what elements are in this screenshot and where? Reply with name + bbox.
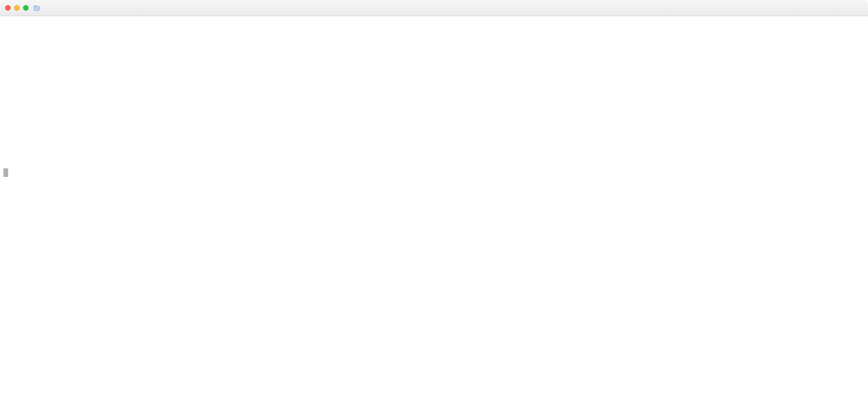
blank-line xyxy=(3,38,865,47)
blank-line xyxy=(3,112,865,121)
traffic-lights xyxy=(5,5,29,11)
close-icon[interactable] xyxy=(5,5,11,11)
title-bar[interactable] xyxy=(0,0,868,16)
progress-line xyxy=(3,140,865,150)
terminal-output[interactable] xyxy=(0,16,868,181)
minimize-icon[interactable] xyxy=(14,5,20,11)
maximize-icon[interactable] xyxy=(23,5,29,11)
svg-rect-1 xyxy=(34,6,36,7)
note-line xyxy=(3,93,865,103)
folder-icon xyxy=(33,4,41,12)
note-line xyxy=(3,75,865,84)
cursor xyxy=(3,168,8,177)
task-line xyxy=(3,56,865,66)
